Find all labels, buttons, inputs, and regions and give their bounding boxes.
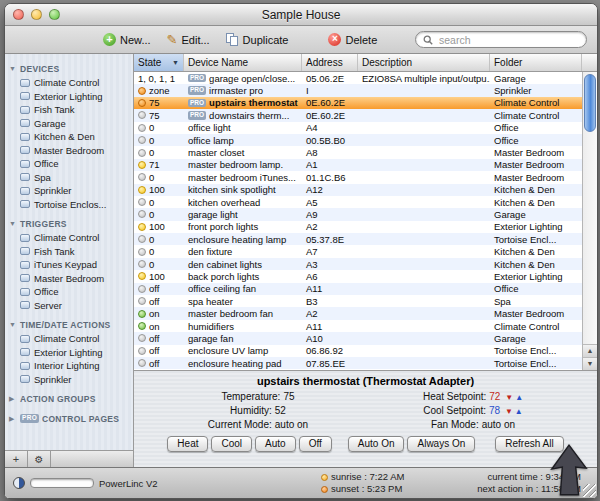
sidebar-section-time-date-actions[interactable]: ▼TIME/DATE ACTIONS [5,317,133,332]
duplicate-button[interactable]: Duplicate [226,33,289,46]
delete-button[interactable]: Delete [328,33,377,46]
sidebar-item-climate-control[interactable]: Climate Control [5,76,133,90]
search-field[interactable] [415,31,587,48]
mode-button-auto[interactable]: Auto [255,436,296,452]
mode-button-heat[interactable]: Heat [167,436,208,452]
table-row[interactable]: 0master bedroom iTunes...01.1C.B6Master … [134,171,582,183]
add-item-button[interactable] [5,451,28,467]
gear-button[interactable] [28,451,51,467]
table-row[interactable]: zonePROirrmaster proISprinkler [134,84,582,96]
mode-button-cool[interactable]: Cool [211,436,252,452]
heat-setpoint-decrease-button[interactable] [505,393,513,402]
sidebar-section-triggers[interactable]: ▼TRIGGERS [5,216,133,231]
scrollbar-thumb[interactable] [584,74,596,132]
sidebar-item-tortoise-enclos[interactable]: Tortoise Enclos... [5,198,133,212]
cool-setpoint-increase-button[interactable] [515,407,523,416]
table-row[interactable]: 0garage lightA9Garage [134,208,582,220]
sidebar-item-label: Spa [34,172,51,183]
mode-button-off[interactable]: Off [299,436,332,452]
sidebar-item-server[interactable]: Server [5,299,133,313]
sidebar-item-fish-tank[interactable]: Fish Tank [5,103,133,117]
sunrise-status: sunrise : 7:22 AM [321,471,433,483]
sidebar-item-itunes-keypad[interactable]: iTunes Keypad [5,258,133,272]
sidebar-section-control-pages[interactable]: ▶PROCONTROL PAGES [5,411,133,426]
folder-icon [20,187,30,195]
sidebar-item-master-bedroom[interactable]: Master Bedroom [5,144,133,158]
table-row[interactable]: 71master bedroom lamp.A1Master Bedroom [134,159,582,171]
table-row[interactable]: 0den fixtureA7Kitchen & Den [134,245,582,257]
close-button[interactable] [13,9,24,20]
sidebar-item-exterior-lighting[interactable]: Exterior Lighting [5,90,133,104]
column-header-address[interactable]: Address [302,54,358,71]
sidebar-item-office[interactable]: Office [5,157,133,171]
device-name-cell: garage light [184,208,302,220]
table-row[interactable]: onhumidifiersA11Climate Control [134,320,582,332]
table-row[interactable]: offenclosure UV lamp06.86.92Tortoise Enc… [134,345,582,357]
column-header-description[interactable]: Description [358,54,490,71]
table-row[interactable]: 100back porch lightsA6Exterior Lighting [134,270,582,282]
table-row[interactable]: 100front porch lightsA2Exterior Lighting [134,221,582,233]
search-input[interactable] [437,33,579,47]
device-folder: Kitchen & Den [490,245,582,257]
table-row[interactable]: offenclosure heating pad07.85.EETortoise… [134,357,582,369]
sidebar-item-master-bedroom[interactable]: Master Bedroom [5,272,133,286]
heat-setpoint-increase-button[interactable] [515,393,523,402]
device-name-cell: den cabinet lights [184,258,302,270]
folder-icon [20,173,30,181]
table-row[interactable]: offoffice ceiling fanA11Office [134,283,582,295]
minimize-button[interactable] [31,9,42,20]
sidebar-section-action-groups[interactable]: ▶ACTION GROUPS [5,391,133,406]
sidebar-item-fish-tank[interactable]: Fish Tank [5,245,133,259]
sidebar-item-office[interactable]: Office [5,285,133,299]
sidebar-item-label: Office [34,286,59,297]
scroll-up-button[interactable]: ▲ [583,344,597,357]
column-header-device-name[interactable]: Device Name [184,54,302,71]
scroll-down-button[interactable]: ▼ [583,357,597,370]
device-state-cell: off [134,357,184,369]
cool-setpoint-decrease-button[interactable] [505,407,513,416]
sidebar-item-exterior-lighting[interactable]: Exterior Lighting [5,346,133,360]
sidebar-item-spa[interactable]: Spa [5,171,133,185]
duplicate-button-label: Duplicate [243,34,289,46]
table-row[interactable]: 0office lightA4Office [134,122,582,134]
sidebar-item-climate-control[interactable]: Climate Control [5,332,133,346]
fan-button-auto-on[interactable]: Auto On [348,436,405,452]
table-row[interactable]: 0master closetA8Master Bedroom [134,146,582,158]
device-address: 01.1C.B6 [302,171,358,183]
table-row[interactable]: onmaster bedroom fanA2Master Bedroom [134,307,582,319]
sidebar-item-sprinkler[interactable]: Sprinkler [5,373,133,387]
device-description [358,122,490,134]
new-button[interactable]: New... [103,33,151,46]
sidebar-item-interior-lighting[interactable]: Interior Lighting [5,359,133,373]
edit-button[interactable]: Edit... [167,33,210,46]
edit-button-label: Edit... [181,34,209,46]
device-address: 07.85.EE [302,357,358,369]
table-row[interactable]: 75PROupstairs thermostat0E.60.2EClimate … [134,97,582,109]
device-table-header: State▼Device NameAddressDescriptionFolde… [134,54,597,72]
table-row[interactable]: 0office lamp00.5B.B0Office [134,134,582,146]
table-row[interactable]: offgarage fanA10Garage [134,332,582,344]
table-row[interactable]: 0enclosure heating lamp05.37.8ETortoise … [134,233,582,245]
table-row[interactable]: 75PROdownstairs therm...0E.60.2EClimate … [134,109,582,121]
sidebar-item-sprinkler[interactable]: Sprinkler [5,184,133,198]
device-state-cell: 100 [134,221,184,233]
sidebar-item-garage[interactable]: Garage [5,117,133,131]
table-row[interactable]: 1, 0, 1, 1PROgarage open/close...05.06.2… [134,72,582,84]
sidebar-item-kitchen-den[interactable]: Kitchen & Den [5,130,133,144]
device-state-cell: off [134,345,184,357]
sidebar-section-label: DEVICES [20,64,59,74]
column-header-state[interactable]: State▼ [134,54,184,71]
device-state-cell: 0 [134,134,184,146]
device-state-value: 71 [149,159,160,170]
zoom-button[interactable] [49,9,60,20]
table-row[interactable]: 0kitchen overheadA5Kitchen & Den [134,196,582,208]
sidebar-item-climate-control[interactable]: Climate Control [5,231,133,245]
vertical-scrollbar[interactable]: ▲ ▼ [582,72,597,370]
table-row[interactable]: 0den cabinet lightsA3Kitchen & Den [134,258,582,270]
sidebar-section-devices[interactable]: ▼DEVICES [5,61,133,76]
title-bar[interactable]: Sample House [5,4,597,26]
fan-button-always-on[interactable]: Always On [407,436,475,452]
table-row[interactable]: 100kitchen sink spotlightA12Kitchen & De… [134,184,582,196]
column-header-folder[interactable]: Folder [490,54,582,71]
table-row[interactable]: offspa heaterB3Spa [134,295,582,307]
